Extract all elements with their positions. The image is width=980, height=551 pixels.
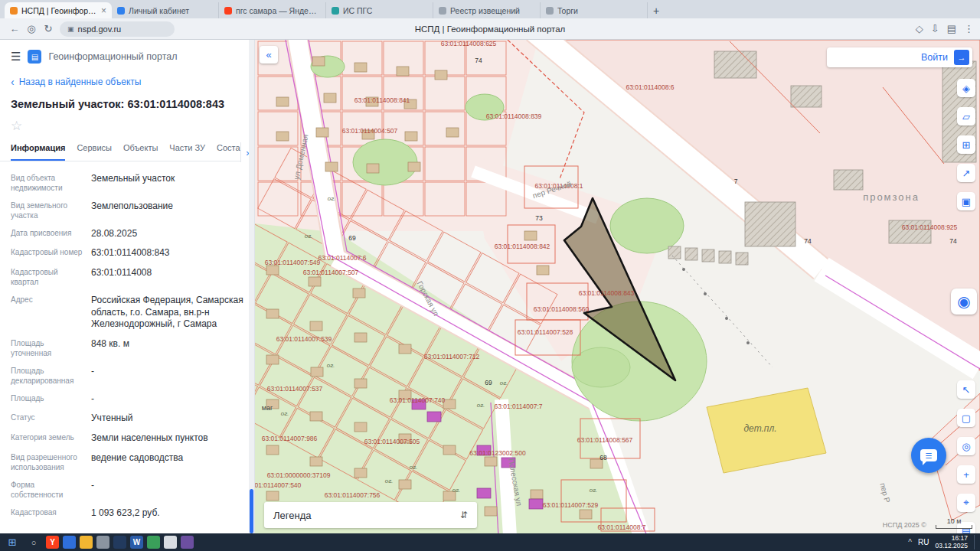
extensions-icon[interactable]: ◇ — [916, 23, 923, 34]
field-row: Кадастровая1 093 623,2 руб. — [11, 504, 243, 523]
browser-tab[interactable]: Реестр извещений — [433, 2, 541, 18]
search-area-button[interactable]: ⌖ — [957, 494, 975, 512]
field-label: Площадь уточненная — [11, 338, 83, 358]
map-area[interactable]: 63:01:0114008:6257463:01:0114008:663:01:… — [255, 40, 980, 533]
print-button[interactable]: ▣ — [957, 192, 975, 210]
field-row: Площадь- — [11, 390, 243, 409]
field-label: Площадь — [11, 393, 83, 406]
language-indicator[interactable]: RU — [918, 538, 929, 546]
field-value: Российская Федерация, Самарская область,… — [91, 295, 243, 331]
panel-tab[interactable]: Сервисы — [77, 143, 112, 161]
browser-tab[interactable]: Личный кабинет — [112, 2, 219, 18]
map-canvas — [255, 40, 980, 533]
login-icon: → — [954, 50, 969, 65]
portal-logo-text: Геоинформационный портал — [48, 51, 177, 62]
panel-tab[interactable]: Информация — [11, 143, 65, 161]
chat-button[interactable]: ☰ — [911, 438, 946, 473]
menu-icon[interactable]: ☰ — [11, 50, 21, 64]
panel-header: ☰ ▤ Геоинформационный портал — [0, 40, 254, 70]
back-icon[interactable]: ← — [6, 23, 23, 34]
locate-button[interactable]: ◎ — [957, 437, 975, 455]
zoom-in-button[interactable]: + — [957, 465, 975, 484]
panel-tab[interactable]: Части ЗУ — [169, 143, 205, 161]
layers-icon: ◈ — [962, 83, 970, 94]
taskbar-app[interactable] — [147, 536, 160, 549]
measure-button[interactable]: ▱ — [957, 107, 975, 126]
scale-bar: 10 м — [936, 517, 972, 529]
taskbar-apps: YW — [46, 536, 194, 549]
sidebar-icon[interactable]: ▤ — [947, 23, 956, 34]
browser-tab[interactable]: пгс самара — Яндекс: наш — [219, 2, 326, 18]
taskbar-app[interactable] — [96, 536, 109, 549]
tray-chevron-icon[interactable]: ^ — [908, 538, 912, 546]
panel-scrollbar[interactable] — [249, 40, 254, 533]
field-row: Кадастровый номер63:01:0114008:843 — [11, 243, 243, 263]
taskbar-clock[interactable]: 16:17 03.12.2025 — [935, 535, 968, 549]
refresh-icon[interactable]: ↻ — [40, 23, 57, 34]
browser-tabs: НСПД | Геоинформаци...×Личный кабинетпгс… — [5, 0, 648, 18]
field-row: Категория земельЗемли населенных пунктов — [11, 429, 243, 448]
new-tab-button[interactable]: + — [648, 2, 665, 18]
taskbar-app[interactable] — [181, 536, 194, 549]
field-label: Дата присвоения — [11, 228, 83, 240]
tab-label: пгс самара — Яндекс: наш — [236, 6, 320, 15]
panel-tab[interactable]: Объекты — [123, 143, 158, 161]
panel-fields: Вид объекта недвижимостиЗемельный участо… — [0, 161, 254, 523]
field-label: Кадастровая — [11, 507, 83, 520]
chat-bubble-icon: ☰ — [920, 449, 937, 461]
home-icon[interactable]: ◎ — [23, 23, 40, 34]
tab-label: НСПД | Геоинформаци... — [21, 6, 97, 15]
field-row: Дата присвоения28.08.2025 — [11, 224, 243, 244]
field-label: Статус — [11, 412, 83, 425]
login-button[interactable]: Войти → — [827, 47, 972, 67]
portal-logo-icon: ▤ — [28, 50, 41, 64]
taskbar-app[interactable] — [164, 536, 177, 549]
back-link[interactable]: ‹ Назад в найденные объекты — [0, 70, 254, 91]
show-desktop-button[interactable] — [974, 535, 977, 549]
browser-tab[interactable]: Торги — [541, 2, 648, 18]
field-label: Вид земельного участка — [11, 201, 83, 220]
layers-button[interactable]: ◈ — [957, 79, 975, 97]
taskbar-app[interactable]: W — [130, 536, 143, 549]
field-row: Площадь уточненная848 кв. м — [11, 334, 243, 362]
field-label: Форма собственности — [11, 480, 83, 500]
browser-tab[interactable]: ИС ПГС — [326, 2, 433, 18]
field-value: 63:01:0114008 — [91, 267, 243, 287]
taskbar-app[interactable]: Y — [46, 536, 59, 549]
login-label: Войти — [921, 52, 948, 63]
taskbar-left: ⊞ ○ YW — [3, 535, 194, 549]
panel-tabs: ИнформацияСервисыОбъектыЧасти ЗУСостав — [0, 139, 254, 161]
taskbar-app[interactable] — [80, 536, 93, 549]
objects-button[interactable]: ⊞ — [957, 135, 975, 154]
scrollbar-thumb[interactable] — [250, 489, 253, 533]
identify-button[interactable]: ↖ — [957, 380, 975, 399]
downloads-icon[interactable]: ⇩ — [931, 23, 939, 34]
cursor-icon: ↖ — [962, 384, 971, 396]
share-button[interactable]: ↗ — [957, 164, 975, 182]
grid-icon: ⊞ — [962, 139, 971, 151]
browser-tab[interactable]: НСПД | Геоинформаци...× — [5, 2, 112, 18]
field-label: Кадастровый квартал — [11, 267, 83, 287]
field-value: 1 093 623,2 руб. — [91, 507, 243, 520]
start-button[interactable]: ⊞ — [3, 535, 21, 549]
field-value: - — [91, 366, 243, 386]
taskbar-app[interactable] — [113, 536, 126, 549]
collapse-panel-button[interactable]: « — [260, 46, 278, 64]
tab-close-button[interactable]: × — [101, 5, 106, 16]
field-row: Вид объекта недвижимостиЗемельный участо… — [11, 169, 243, 197]
map-tools-bottom: ↖▢◎+⌖▤ — [957, 380, 975, 533]
menu-icon[interactable]: ⋮ — [964, 23, 974, 34]
field-value: Землепользование — [91, 201, 243, 220]
screenshot-button[interactable]: ▢ — [957, 409, 975, 427]
legend-toggle[interactable]: Легенда ⇵ — [264, 502, 477, 528]
toolbar-icons: ◇⇩▤⋮ — [916, 23, 974, 34]
printer-icon: ▣ — [962, 196, 971, 207]
taskbar-app[interactable] — [63, 536, 76, 549]
assistant-button[interactable]: ◉ — [951, 289, 977, 315]
field-label: Категория земель — [11, 432, 83, 445]
screen: НСПД | Геоинформаци...×Личный кабинетпгс… — [0, 0, 980, 551]
taskbar-search-button[interactable]: ○ — [24, 535, 43, 549]
browser-tab-strip: НСПД | Геоинформаци...×Личный кабинетпгс… — [0, 0, 980, 18]
address-bar[interactable]: ▣ nspd.gov.ru — [60, 21, 175, 37]
favorite-star-icon[interactable]: ☆ — [0, 116, 254, 139]
